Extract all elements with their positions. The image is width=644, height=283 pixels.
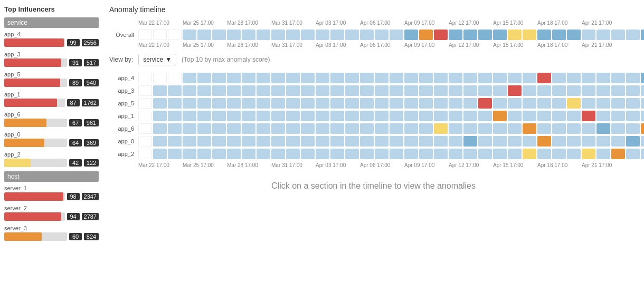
- cell[interactable]: [523, 73, 536, 83]
- cell[interactable]: [257, 73, 270, 83]
- cell[interactable]: [271, 136, 285, 147]
- cell[interactable]: [523, 98, 536, 109]
- cell[interactable]: [153, 98, 167, 109]
- cell[interactable]: [463, 30, 477, 40]
- cell[interactable]: [271, 98, 285, 109]
- cell[interactable]: [271, 123, 285, 134]
- cell[interactable]: [345, 85, 359, 96]
- cell[interactable]: [626, 136, 640, 147]
- cell[interactable]: [271, 85, 285, 96]
- cell[interactable]: [271, 73, 285, 83]
- cell[interactable]: [257, 149, 270, 159]
- cell[interactable]: [493, 149, 507, 159]
- cell[interactable]: [523, 136, 536, 147]
- cell[interactable]: [345, 136, 359, 147]
- cell[interactable]: [360, 98, 374, 109]
- cell[interactable]: [316, 98, 329, 109]
- cell[interactable]: [183, 30, 196, 40]
- cell[interactable]: [153, 123, 167, 134]
- cell[interactable]: [301, 73, 315, 83]
- cell[interactable]: [626, 73, 640, 83]
- cell[interactable]: [449, 111, 462, 121]
- cell[interactable]: [197, 85, 211, 96]
- cell[interactable]: [360, 73, 374, 83]
- cell[interactable]: [390, 123, 403, 134]
- cell[interactable]: [138, 136, 152, 147]
- cell[interactable]: [390, 73, 403, 83]
- cell[interactable]: [611, 149, 625, 159]
- cell[interactable]: [596, 111, 610, 121]
- cell[interactable]: [582, 30, 595, 40]
- cell[interactable]: [434, 98, 448, 109]
- cell[interactable]: [508, 73, 522, 83]
- cell[interactable]: [138, 149, 152, 159]
- cell[interactable]: [419, 123, 433, 134]
- cell[interactable]: [449, 85, 462, 96]
- cell[interactable]: [552, 136, 566, 147]
- cell[interactable]: [641, 123, 644, 134]
- cell[interactable]: [360, 30, 374, 40]
- cell[interactable]: [257, 85, 270, 96]
- cell[interactable]: [493, 73, 507, 83]
- cell[interactable]: [360, 136, 374, 147]
- cell[interactable]: [493, 85, 507, 96]
- cell[interactable]: [212, 149, 226, 159]
- cell[interactable]: [375, 30, 389, 40]
- cell[interactable]: [168, 85, 182, 96]
- cell[interactable]: [641, 73, 644, 83]
- cell[interactable]: [227, 73, 241, 83]
- cell[interactable]: [641, 98, 644, 109]
- cell[interactable]: [138, 30, 152, 40]
- cell[interactable]: [641, 149, 644, 159]
- cell[interactable]: [257, 98, 270, 109]
- grid-row-Overall[interactable]: Overall: [109, 28, 644, 41]
- cell[interactable]: [360, 111, 374, 121]
- cell[interactable]: [330, 123, 344, 134]
- cell[interactable]: [523, 85, 536, 96]
- cell[interactable]: [404, 85, 418, 96]
- cell[interactable]: [242, 73, 255, 83]
- cell[interactable]: [567, 85, 581, 96]
- cell[interactable]: [419, 136, 433, 147]
- cell[interactable]: [242, 149, 255, 159]
- cell[interactable]: [567, 136, 581, 147]
- cell[interactable]: [508, 111, 522, 121]
- cell[interactable]: [626, 111, 640, 121]
- cell[interactable]: [537, 85, 551, 96]
- cell[interactable]: [626, 30, 640, 40]
- cell[interactable]: [138, 85, 152, 96]
- cell[interactable]: [330, 30, 344, 40]
- cell[interactable]: [463, 85, 477, 96]
- cell[interactable]: [375, 149, 389, 159]
- cell[interactable]: [508, 85, 522, 96]
- cell[interactable]: [582, 73, 595, 83]
- cell[interactable]: [390, 85, 403, 96]
- cell[interactable]: [168, 98, 182, 109]
- cell[interactable]: [537, 136, 551, 147]
- cell[interactable]: [375, 85, 389, 96]
- cell[interactable]: [242, 85, 255, 96]
- cell[interactable]: [449, 149, 462, 159]
- cell[interactable]: [404, 111, 418, 121]
- cell[interactable]: [197, 98, 211, 109]
- cell[interactable]: [286, 123, 300, 134]
- cell[interactable]: [360, 123, 374, 134]
- cell[interactable]: [493, 30, 507, 40]
- cell[interactable]: [390, 30, 403, 40]
- cell[interactable]: [257, 136, 270, 147]
- grid-row-app_3[interactable]: app_3: [109, 84, 638, 97]
- cell[interactable]: [183, 111, 196, 121]
- cell[interactable]: [183, 123, 196, 134]
- cell[interactable]: [596, 149, 610, 159]
- cell[interactable]: [478, 85, 492, 96]
- cell[interactable]: [626, 149, 640, 159]
- cell[interactable]: [345, 149, 359, 159]
- cell[interactable]: [242, 98, 255, 109]
- grid-row-app_4[interactable]: app_4: [109, 72, 638, 84]
- cell[interactable]: [183, 149, 196, 159]
- cell[interactable]: [537, 111, 551, 121]
- cell[interactable]: [345, 73, 359, 83]
- cell[interactable]: [611, 30, 625, 40]
- cell[interactable]: [552, 111, 566, 121]
- cell[interactable]: [168, 149, 182, 159]
